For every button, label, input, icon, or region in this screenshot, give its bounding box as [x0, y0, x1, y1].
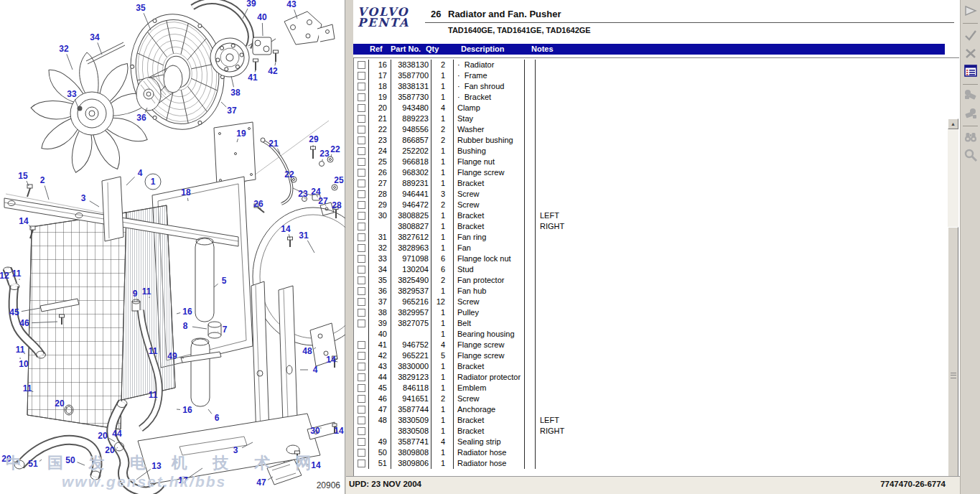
row-checkbox[interactable]: [358, 93, 365, 101]
table-row[interactable]: 469416512Screw: [354, 393, 947, 404]
row-checkbox[interactable]: [358, 244, 365, 252]
callout-30[interactable]: 30: [310, 426, 320, 436]
callout-14[interactable]: 14: [19, 216, 29, 226]
row-checkbox[interactable]: [358, 363, 365, 370]
table-row[interactable]: 5038098081Radiator hose: [354, 447, 947, 458]
row-checkbox[interactable]: [358, 169, 365, 177]
table-row[interactable]: 4438291231Radiator protector: [354, 372, 947, 383]
table-row[interactable]: 3238289631Fan: [354, 243, 947, 253]
table-row[interactable]: 458461181Emblem: [354, 383, 947, 393]
row-checkbox[interactable]: [358, 373, 365, 381]
callout-14[interactable]: 14: [334, 426, 344, 436]
navigate-forward-icon[interactable]: [963, 3, 979, 19]
callout-15[interactable]: 15: [18, 171, 28, 181]
callout-45[interactable]: 45: [9, 307, 19, 317]
table-row[interactable]: 3938270751Belt: [354, 318, 947, 329]
row-checkbox[interactable]: [358, 460, 365, 467]
binoculars-search-icon[interactable]: [963, 129, 979, 144]
callout-34[interactable]: 34: [90, 32, 100, 42]
callout-2[interactable]: 2: [40, 175, 45, 185]
table-row[interactable]: 3838299571Pulley: [354, 307, 947, 318]
row-checkbox[interactable]: [358, 255, 365, 263]
table-row[interactable]: 218892231Stay: [354, 113, 947, 124]
callout-16[interactable]: 16: [182, 405, 192, 415]
callout-11[interactable]: 11: [149, 346, 158, 356]
callout-44[interactable]: 44: [112, 429, 122, 439]
zoom-tool-icon[interactable]: [963, 147, 979, 163]
callout-42[interactable]: 42: [268, 66, 278, 76]
table-scrollbar[interactable]: ▲ ▼: [948, 118, 958, 494]
column-header-ref[interactable]: Ref: [370, 45, 383, 53]
table-row[interactable]: 1935877301· Bracket: [354, 92, 947, 103]
callout-29[interactable]: 29: [309, 134, 319, 144]
row-checkbox[interactable]: [358, 276, 365, 284]
row-checkbox[interactable]: [358, 427, 365, 435]
callout-38[interactable]: 38: [230, 88, 241, 98]
column-header-notes[interactable]: Notes: [531, 45, 554, 53]
callout-9[interactable]: 9: [133, 289, 138, 299]
connect-icon[interactable]: [963, 87, 979, 103]
disconnect-icon[interactable]: [963, 106, 979, 121]
callout-11[interactable]: 11: [23, 383, 32, 393]
table-row[interactable]: 3538254902Fan protector: [354, 275, 947, 286]
callout-41[interactable]: 41: [248, 73, 258, 83]
table-row[interactable]: 4935877414Sealing strip: [354, 437, 947, 447]
row-checkbox[interactable]: [358, 223, 365, 230]
row-checkbox[interactable]: [358, 449, 365, 457]
table-row[interactable]: 4338300001Bracket: [354, 361, 947, 372]
table-row[interactable]: 38088271BracketRIGHT: [354, 221, 947, 232]
callout-47[interactable]: 47: [256, 477, 266, 488]
callout-28[interactable]: 28: [332, 200, 342, 210]
callout-10[interactable]: 10: [19, 359, 29, 369]
callout-46[interactable]: 46: [19, 318, 29, 328]
callout-4[interactable]: 4: [138, 168, 143, 178]
callout-14[interactable]: 14: [326, 355, 336, 365]
table-row[interactable]: 3038088251BracketLEFT: [354, 210, 947, 221]
table-row[interactable]: 3796521612Screw: [354, 297, 947, 307]
cancel-icon[interactable]: [963, 45, 979, 61]
callout-40[interactable]: 40: [257, 12, 267, 22]
callout-21[interactable]: 21: [269, 139, 279, 149]
table-row[interactable]: 419467524Flange screw: [354, 340, 947, 350]
callout-20[interactable]: 20: [55, 399, 65, 409]
row-checkbox[interactable]: [358, 61, 365, 69]
callout-23[interactable]: 23: [298, 189, 308, 199]
callout-16[interactable]: 16: [182, 307, 192, 317]
callout-3[interactable]: 3: [81, 193, 86, 203]
table-row[interactable]: 339710986Flange lock nut: [354, 253, 947, 264]
row-checkbox[interactable]: [358, 406, 365, 414]
table-row[interactable]: 3138276121Fan ring: [354, 232, 947, 243]
row-checkbox[interactable]: [358, 104, 365, 112]
parts-list-icon[interactable]: [963, 63, 979, 79]
row-checkbox[interactable]: [358, 320, 365, 327]
row-checkbox[interactable]: [358, 233, 365, 241]
callout-6[interactable]: 6: [215, 413, 220, 423]
callout-11[interactable]: 11: [16, 345, 25, 355]
table-row[interactable]: 289464413Screw: [354, 189, 947, 200]
callout-22[interactable]: 22: [284, 169, 294, 180]
callout-11[interactable]: 11: [142, 286, 151, 297]
table-row[interactable]: 401Bearing housing: [354, 329, 947, 340]
row-checkbox[interactable]: [358, 395, 365, 403]
table-row[interactable]: 278892311Bracket: [354, 178, 947, 189]
row-checkbox[interactable]: [358, 287, 365, 295]
table-row[interactable]: 299464722Screw: [354, 200, 947, 210]
callout-18[interactable]: 18: [181, 187, 191, 197]
callout-36[interactable]: 36: [136, 113, 146, 123]
callout-5[interactable]: 5: [222, 276, 227, 286]
table-row[interactable]: 5138098061Radiator hose: [354, 458, 947, 469]
callout-39[interactable]: 39: [246, 0, 256, 9]
callout-11[interactable]: 11: [12, 269, 22, 279]
callout-49[interactable]: 49: [167, 351, 177, 361]
callout-24[interactable]: 24: [311, 187, 321, 197]
callout-14[interactable]: 14: [281, 224, 291, 234]
table-row[interactable]: 341302046Stud: [354, 264, 947, 275]
row-checkbox[interactable]: [358, 83, 365, 90]
callout-25[interactable]: 25: [334, 175, 344, 185]
callout-23[interactable]: 23: [319, 149, 330, 159]
table-row[interactable]: 238668572Rubber bushing: [354, 135, 947, 146]
scroll-up-button[interactable]: ▲: [948, 118, 958, 129]
callout-33[interactable]: 33: [67, 89, 77, 99]
callout-7[interactable]: 7: [223, 325, 228, 335]
row-checkbox[interactable]: [358, 352, 365, 360]
